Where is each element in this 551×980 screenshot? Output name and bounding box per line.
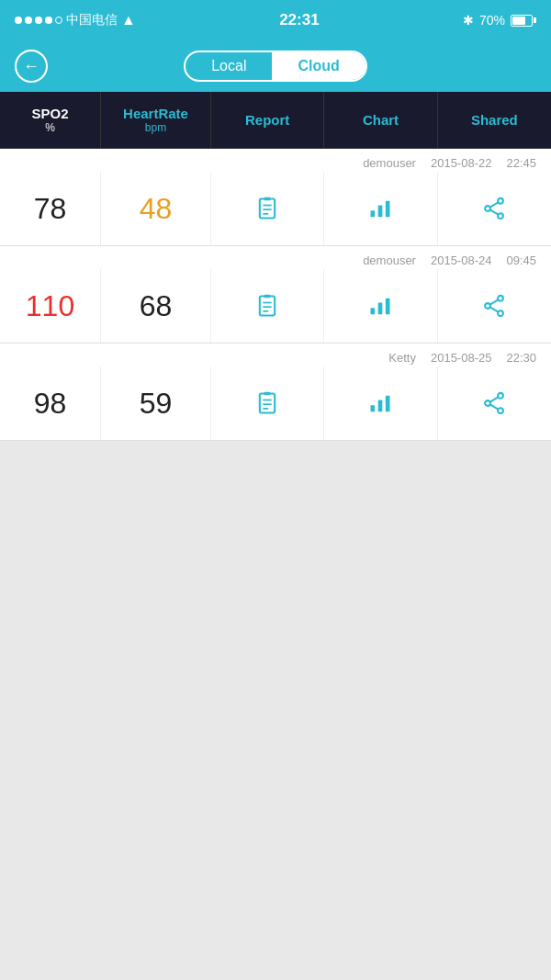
svg-point-36 (498, 408, 503, 413)
hr-0: 48 (140, 192, 173, 226)
signal-dots (15, 17, 62, 24)
hr-value-0: 48 (101, 172, 211, 245)
chart-btn-0[interactable] (324, 172, 437, 245)
battery-percent: 70% (479, 13, 505, 28)
carrier-label: 中国电信 (66, 12, 118, 28)
svg-rect-19 (378, 303, 383, 315)
svg-rect-32 (378, 400, 383, 412)
svg-point-22 (485, 303, 490, 309)
record-meta-2: Ketty 2015-08-25 22:30 (0, 344, 551, 366)
report-btn-2[interactable] (211, 366, 324, 440)
col-hr-sub: bpm (145, 121, 166, 134)
svg-rect-33 (386, 396, 390, 412)
svg-rect-0 (260, 199, 275, 219)
clipboard-icon-1 (254, 293, 280, 319)
spo2-value-2: 98 (0, 366, 101, 440)
record-user-2: Ketty (388, 351, 416, 365)
clipboard-icon-0 (254, 196, 280, 221)
svg-point-23 (498, 310, 503, 316)
svg-rect-14 (264, 295, 271, 299)
back-icon: ← (23, 57, 39, 76)
svg-line-11 (490, 202, 499, 207)
records-container: demouser 2015-08-22 22:45 78 48 (0, 149, 551, 441)
share-btn-1[interactable] (438, 269, 551, 343)
col-shared-label: Shared (471, 112, 518, 128)
col-report-label: Report (245, 112, 289, 128)
battery-body (511, 15, 533, 27)
svg-rect-26 (260, 394, 275, 413)
col-chart-label: Chart (363, 112, 399, 128)
cloud-toggle-btn[interactable]: Cloud (272, 52, 365, 80)
svg-rect-20 (386, 299, 390, 315)
svg-rect-7 (386, 201, 390, 218)
dot-1 (15, 17, 22, 24)
status-time: 22:31 (279, 11, 319, 29)
record-user-0: demouser (363, 156, 416, 170)
column-headers: SPO2 % HeartRate bpm Report Chart Shared (0, 92, 551, 149)
record-user-1: demouser (363, 253, 416, 267)
chart-btn-2[interactable] (324, 366, 437, 440)
record-date-0: 2015-08-22 (431, 156, 492, 170)
record-date-1: 2015-08-24 (431, 253, 492, 267)
chart-icon-2 (367, 390, 393, 416)
battery-tip (534, 17, 536, 23)
svg-point-34 (498, 393, 503, 399)
svg-point-8 (498, 198, 503, 204)
dot-5 (55, 17, 62, 24)
status-left: 中国电信 ▲ (15, 12, 136, 28)
share-icon-0 (481, 196, 507, 221)
back-button[interactable]: ← (15, 50, 48, 83)
hr-value-1: 68 (101, 269, 211, 343)
svg-rect-13 (260, 297, 275, 316)
svg-point-9 (485, 206, 490, 211)
spo2-value-1: 110 (0, 269, 101, 343)
col-shared: Shared (438, 92, 551, 148)
dot-4 (45, 17, 52, 24)
record-time-1: 09:45 (506, 253, 536, 267)
local-toggle-btn[interactable]: Local (186, 52, 272, 80)
svg-rect-31 (371, 405, 376, 411)
share-btn-2[interactable] (438, 366, 551, 440)
svg-rect-5 (371, 210, 376, 217)
col-spo2-label: SPO2 (31, 106, 68, 121)
record-row-2: Ketty 2015-08-25 22:30 98 59 (0, 344, 551, 441)
hr-1: 68 (140, 289, 173, 323)
col-hr-label: HeartRate (123, 106, 188, 121)
chart-icon-1 (367, 293, 393, 319)
status-bar: 中国电信 ▲ 22:31 ✱ 70% (0, 0, 551, 40)
svg-point-35 (485, 400, 490, 406)
svg-point-21 (498, 296, 503, 301)
spo2-value-0: 78 (0, 172, 101, 245)
record-meta-1: demouser 2015-08-24 09:45 (0, 246, 551, 269)
empty-area (0, 441, 551, 845)
battery-fill (512, 17, 525, 25)
report-btn-0[interactable] (211, 172, 324, 245)
spo2-1: 110 (26, 289, 74, 323)
share-btn-0[interactable] (438, 172, 551, 245)
dot-2 (25, 17, 32, 24)
svg-line-12 (490, 209, 499, 214)
chart-icon-0 (367, 196, 393, 221)
svg-rect-18 (371, 308, 376, 314)
local-cloud-toggle[interactable]: Local Cloud (184, 51, 367, 82)
svg-rect-6 (378, 206, 383, 218)
col-report: Report (211, 92, 324, 148)
record-data-0: 78 48 (0, 172, 551, 245)
col-chart: Chart (324, 92, 437, 148)
spo2-0: 78 (34, 192, 67, 226)
wifi-icon: ▲ (121, 12, 136, 28)
record-row-0: demouser 2015-08-22 22:45 78 48 (0, 149, 551, 246)
svg-rect-1 (264, 197, 271, 201)
col-heartrate: HeartRate bpm (101, 92, 211, 148)
report-btn-1[interactable] (211, 269, 324, 343)
col-spo2-sub: % (45, 121, 55, 134)
record-date-2: 2015-08-25 (431, 351, 492, 365)
record-data-2: 98 59 (0, 366, 551, 440)
hr-value-2: 59 (101, 366, 211, 440)
chart-btn-1[interactable] (324, 269, 437, 343)
svg-point-10 (498, 213, 503, 219)
spo2-2: 98 (34, 387, 67, 421)
svg-line-25 (490, 307, 499, 311)
share-icon-2 (481, 390, 507, 416)
svg-line-37 (490, 397, 499, 401)
